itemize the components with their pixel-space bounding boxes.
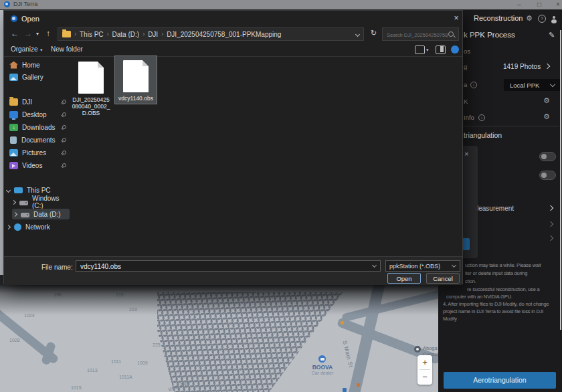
- sidebar-item-dji[interactable]: DJI: [9, 96, 66, 107]
- desktop-icon: [9, 111, 18, 118]
- pictures-icon: [9, 149, 18, 157]
- chevron-right-icon[interactable]: [11, 199, 16, 204]
- search-input[interactable]: [385, 29, 450, 40]
- sidebar-item-pictures[interactable]: Pictures: [9, 147, 66, 158]
- chevron-down-icon[interactable]: [372, 263, 377, 268]
- open-button[interactable]: Open: [387, 273, 421, 284]
- chevron-right-icon[interactable]: [6, 224, 11, 229]
- details-help-icon[interactable]: [451, 45, 459, 54]
- file-icon: [123, 60, 149, 92]
- pin-icon: [61, 151, 66, 155]
- sidebar-item-gallery[interactable]: Gallery: [9, 72, 66, 82]
- photos-row-fragment: g: [464, 63, 467, 70]
- folder-icon: [62, 31, 71, 37]
- sidebar-item-documents[interactable]: Documents: [9, 134, 66, 145]
- dialog-title: Open: [21, 15, 39, 23]
- file-name-value[interactable]: [79, 262, 369, 272]
- breadcrumb-sep-icon: ›: [107, 31, 109, 37]
- file-type-dropdown[interactable]: ppkStation (*.OBS): [385, 260, 460, 272]
- zoom-out-button[interactable]: −: [417, 370, 432, 384]
- app-title: DJI Terra: [13, 1, 37, 7]
- breadcrumb-sep-icon: ›: [161, 31, 163, 37]
- drive-icon: [19, 201, 28, 205]
- toggle-switch-off[interactable]: [539, 152, 556, 161]
- chevron-right-icon[interactable]: [13, 211, 17, 216]
- breadcrumb-current-folder[interactable]: DJI_202504250758_001-PPKMapping: [167, 31, 281, 38]
- breadcrumb-data-d[interactable]: Data (D:): [112, 31, 140, 38]
- file-name-input[interactable]: [76, 260, 381, 272]
- maximize-button[interactable]: □: [533, 0, 546, 9]
- search-icon[interactable]: [448, 31, 454, 37]
- aerotriangulation-section-fragment: triangulation: [464, 131, 502, 139]
- new-folder-button[interactable]: New folder: [51, 45, 83, 53]
- sidebar-item-windows-c[interactable]: Windows (C:): [12, 197, 68, 207]
- pin-icon: [61, 125, 66, 130]
- chevron-down-icon[interactable]: [6, 187, 11, 192]
- address-bar[interactable]: › This PC › Data (D:) › DJI › DJI_202504…: [58, 27, 364, 41]
- back-icon[interactable]: ←: [11, 29, 19, 38]
- help-icon[interactable]: ?: [538, 15, 546, 23]
- view-dropdown-icon[interactable]: ▾: [426, 47, 429, 53]
- recent-locations-icon[interactable]: ▾: [36, 31, 39, 37]
- pin-icon: [61, 163, 66, 168]
- computer-icon: [14, 187, 23, 193]
- open-dialog-icon: [11, 15, 17, 22]
- divider: [4, 56, 462, 57]
- zoom-in-button[interactable]: +: [417, 355, 432, 369]
- cancel-button[interactable]: Cancel: [426, 273, 460, 284]
- ppk-settings-gear-icon[interactable]: ⚙: [543, 96, 550, 105]
- documents-icon: [10, 136, 17, 144]
- preview-pane-icon[interactable]: [436, 45, 446, 54]
- edit-pencil-icon[interactable]: ✎: [549, 31, 555, 39]
- close-button[interactable]: ×: [551, 0, 562, 9]
- settings-gear-icon[interactable]: ⚙: [526, 14, 533, 23]
- ppk-row-fragment: K: [464, 98, 468, 105]
- sidebar-item-downloads[interactable]: Downloads: [9, 122, 66, 132]
- pin-icon: [61, 112, 66, 117]
- panel-scrollbar[interactable]: [560, 30, 561, 330]
- minimize-button[interactable]: –: [512, 0, 526, 9]
- file-item-vdcy1140-selected[interactable]: vdcy1140.obs: [115, 56, 157, 104]
- up-icon[interactable]: ↑: [46, 29, 50, 38]
- file-name: vdcy1140.obs: [115, 95, 157, 104]
- breadcrumb-sep-icon: ›: [143, 31, 145, 37]
- info-circle-icon: i: [478, 114, 485, 121]
- app-window: 198 219 223 1024 1028 225 1011 1009 1013…: [0, 0, 562, 392]
- dialog-close-button[interactable]: ×: [451, 13, 462, 23]
- organize-dropdown-icon: ▾: [40, 47, 43, 53]
- downloads-icon: [9, 124, 18, 131]
- file-icon: [78, 62, 104, 94]
- popup-close-icon[interactable]: ×: [464, 150, 468, 158]
- info-settings-gear-icon[interactable]: ⚙: [543, 112, 550, 121]
- sidebar-item-desktop[interactable]: Desktop: [9, 109, 66, 120]
- photos-count[interactable]: 1419 Photos: [503, 63, 541, 70]
- sidebar-item-videos[interactable]: Videos: [9, 160, 66, 171]
- gallery-icon: [9, 74, 18, 81]
- address-dropdown-icon[interactable]: [355, 31, 360, 36]
- chevron-down-icon: [550, 82, 555, 87]
- ppk-mode-dropdown[interactable]: Local PPK: [504, 79, 561, 91]
- refresh-icon[interactable]: ↻: [371, 29, 377, 37]
- toggle-switch-off[interactable]: [539, 171, 556, 180]
- folder-icon: [9, 98, 18, 106]
- file-type-value: ppkStation (*.OBS): [389, 263, 440, 270]
- home-icon: [9, 62, 18, 69]
- file-name-label: File name:: [41, 264, 73, 271]
- info-row-fragment: Info: [464, 114, 474, 121]
- breadcrumb-dji[interactable]: DJI: [148, 31, 158, 38]
- aerotriangulation-button[interactable]: Aerotriangulation: [444, 372, 556, 389]
- forward-icon[interactable]: →: [24, 29, 32, 38]
- sidebar-item-this-pc[interactable]: This PC: [7, 185, 63, 195]
- app-titlebar: DJI Terra – □ ×: [0, 0, 562, 10]
- organize-menu[interactable]: Organize: [11, 45, 38, 53]
- search-box[interactable]: [382, 27, 459, 41]
- sidebar-item-home[interactable]: Home: [9, 60, 66, 70]
- ppk-mode-fragment: a: [464, 81, 467, 88]
- file-name: DJI_20250425080040_0002_D.OBS: [70, 96, 112, 118]
- sidebar-item-network[interactable]: Network: [7, 221, 63, 232]
- breadcrumb-this-pc[interactable]: This PC: [80, 31, 104, 38]
- view-mode-icon[interactable]: [415, 45, 425, 54]
- sidebar-item-data-d[interactable]: Data (D:): [12, 209, 70, 219]
- file-item-obs[interactable]: DJI_20250425080040_0002_D.OBS: [70, 58, 112, 118]
- photos-section-fragment: os: [464, 47, 470, 55]
